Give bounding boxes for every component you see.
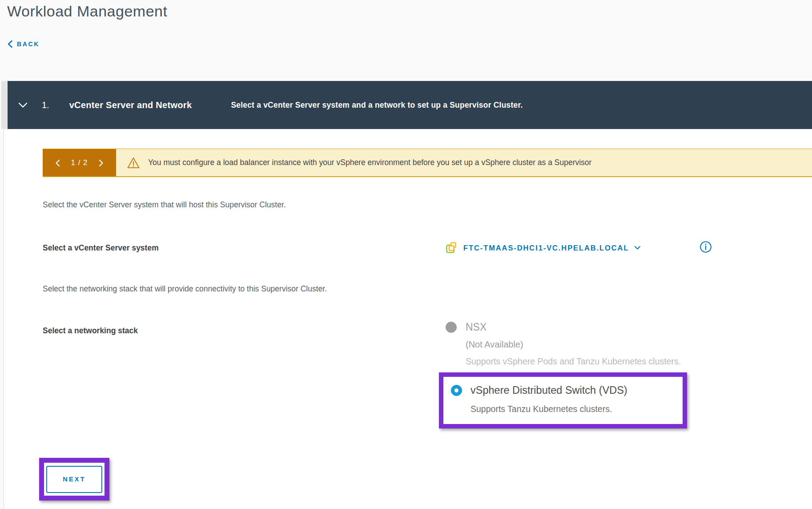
vds-description: Supports Tanzu Kubernetes clusters. bbox=[470, 404, 612, 414]
step-title: vCenter Server and Network bbox=[69, 100, 192, 110]
radio-option-nsx: NSX bbox=[446, 321, 486, 333]
collapse-chevron-icon[interactable] bbox=[18, 102, 28, 108]
chevron-right-icon bbox=[99, 159, 104, 167]
vcenter-label: Select a vCenter Server system bbox=[43, 243, 159, 253]
vds-highlight-box: vSphere Distributed Switch (VDS) Support… bbox=[439, 372, 687, 428]
nsx-description: Supports vSphere Pods and Tanzu Kubernet… bbox=[466, 356, 681, 367]
nsx-availability: (Not Available) bbox=[466, 339, 523, 350]
next-button[interactable]: NEXT bbox=[46, 466, 102, 493]
next-highlight-box: NEXT bbox=[39, 458, 109, 501]
step-gutter bbox=[1, 81, 8, 129]
vcenter-description: Select the vCenter Server system that wi… bbox=[43, 200, 286, 210]
vcenter-selected-value: FTC-TMAAS-DHCI1-VC.HPELAB.LOCAL bbox=[463, 244, 629, 252]
banner-message: You must configure a load balancer insta… bbox=[148, 158, 591, 167]
vcenter-select[interactable]: FTC-TMAAS-DHCI1-VC.HPELAB.LOCAL bbox=[446, 242, 641, 254]
banner-pager: 1 / 2 bbox=[43, 149, 116, 177]
nsx-radio bbox=[446, 322, 457, 333]
chevron-left-icon bbox=[55, 159, 60, 167]
vds-option-label: vSphere Distributed Switch (VDS) bbox=[470, 384, 627, 396]
pager-next-button[interactable] bbox=[99, 159, 104, 167]
chevron-left-icon bbox=[7, 40, 13, 48]
nsx-option-label: NSX bbox=[466, 321, 486, 333]
page-title: Workload Management bbox=[7, 3, 167, 20]
back-label: BACK bbox=[17, 40, 40, 48]
workload-management-page: Workload Management BACK 1. vCenter Serv… bbox=[0, 0, 812, 509]
step-number: 1. bbox=[42, 100, 49, 110]
pager-count: 1 / 2 bbox=[71, 158, 88, 167]
radio-option-vds[interactable]: vSphere Distributed Switch (VDS) bbox=[451, 384, 627, 396]
chevron-down-icon bbox=[634, 246, 641, 250]
banner-body: You must configure a load balancer insta… bbox=[116, 149, 812, 176]
step-subtitle: Select a vCenter Server system and a net… bbox=[231, 101, 523, 110]
step-header[interactable]: 1. vCenter Server and Network Select a v… bbox=[1, 81, 812, 129]
warning-icon bbox=[127, 157, 140, 169]
vds-radio[interactable] bbox=[451, 385, 462, 396]
vcenter-icon bbox=[446, 242, 458, 254]
pager-prev-button[interactable] bbox=[55, 159, 60, 167]
step-header-bar: 1. vCenter Server and Network Select a v… bbox=[8, 81, 812, 129]
network-description: Select the networking stack that will pr… bbox=[43, 284, 327, 294]
info-icon bbox=[699, 241, 712, 253]
info-button[interactable] bbox=[699, 241, 712, 253]
network-label: Select a networking stack bbox=[43, 326, 138, 335]
warning-banner: 1 / 2 You must configure a load balancer… bbox=[43, 149, 812, 177]
content-card bbox=[4, 129, 812, 509]
back-link[interactable]: BACK bbox=[7, 40, 40, 48]
